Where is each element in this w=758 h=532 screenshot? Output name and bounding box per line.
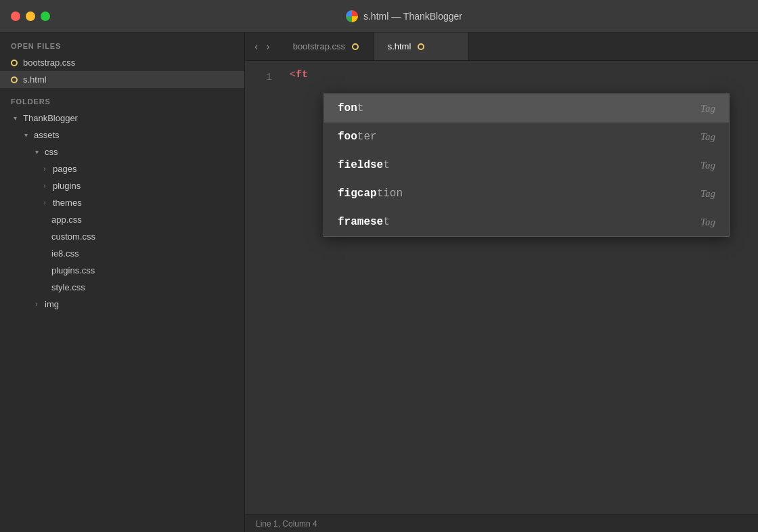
tab-bar: ‹ › bootstrap.css s.html	[245, 32, 758, 61]
chevron-right-icon: ›	[41, 199, 49, 206]
autocomplete-item-frameset[interactable]: frameset Tag	[324, 208, 729, 236]
line-numbers: 1	[245, 61, 279, 514]
window-title: s.html — ThankBlogger	[61, 10, 747, 22]
code-bracket: <	[290, 69, 296, 81]
folder-name: plugins	[53, 181, 81, 191]
autocomplete-item-type: Tag	[700, 188, 715, 200]
ac-prefix: f	[338, 131, 344, 143]
editor-content: 1 <ft font Tag footer	[245, 61, 758, 514]
ac-suffix: t	[383, 216, 390, 228]
folders-label: FOLDERS	[0, 88, 244, 110]
autocomplete-item-text: figcaption	[338, 187, 403, 200]
minimize-button[interactable]	[26, 12, 35, 21]
folder-pages[interactable]: › pages	[0, 160, 244, 177]
chrome-icon	[346, 10, 358, 22]
code-line-1: <ft	[290, 69, 747, 81]
close-button[interactable]	[11, 12, 20, 21]
ac-prefix: f	[338, 187, 344, 200]
folder-plugins[interactable]: › plugins	[0, 177, 244, 194]
ac-prefix: f	[338, 216, 344, 228]
file-app-css[interactable]: app.css	[0, 211, 244, 228]
ac-middle: oo	[344, 131, 357, 143]
chevron-right-icon: ›	[32, 301, 41, 308]
folder-name: ThankBlogger	[23, 113, 78, 123]
title-text: s.html — ThankBlogger	[363, 11, 462, 22]
file-name: plugins.css	[51, 265, 95, 275]
autocomplete-item-type: Tag	[700, 217, 715, 228]
folder-thankblogger[interactable]: ▾ ThankBlogger	[0, 110, 244, 127]
chevron-down-icon: ▾	[11, 114, 19, 122]
folder-themes[interactable]: › themes	[0, 194, 244, 211]
tab-s-html[interactable]: s.html	[374, 32, 469, 60]
sidebar-item-s-html[interactable]: s.html	[0, 71, 244, 88]
autocomplete-item-type: Tag	[700, 103, 715, 114]
file-name: custom.css	[51, 231, 95, 242]
file-name: app.css	[51, 215, 82, 225]
status-text: Line 1, Column 4	[256, 519, 317, 529]
autocomplete-item-footer[interactable]: footer Tag	[324, 123, 729, 151]
titlebar: s.html — ThankBlogger	[0, 0, 758, 32]
tab-nav: ‹ ›	[245, 32, 280, 60]
folder-name: themes	[53, 198, 82, 208]
tab-bootstrap-css[interactable]: bootstrap.css	[280, 32, 374, 60]
autocomplete-item-text: footer	[338, 131, 377, 143]
autocomplete-item-type: Tag	[700, 131, 715, 143]
ac-prefix: f	[338, 102, 344, 114]
tab-modified-dot	[352, 43, 359, 50]
autocomplete-item-font[interactable]: font Tag	[324, 94, 729, 123]
file-plugins-css[interactable]: plugins.css	[0, 262, 244, 279]
status-bar: Line 1, Column 4	[245, 514, 758, 532]
chevron-down-icon: ▾	[22, 131, 30, 139]
file-ie8-css[interactable]: ie8.css	[0, 245, 244, 262]
ac-suffix: tion	[377, 187, 403, 200]
ac-middle: igcap	[344, 187, 377, 200]
traffic-lights	[11, 12, 50, 21]
tab-back-button[interactable]: ‹	[252, 39, 261, 54]
autocomplete-item-text: frameset	[338, 216, 390, 228]
modified-dot	[11, 60, 18, 66]
folder-name: img	[45, 299, 59, 309]
folder-css[interactable]: ▾ css	[0, 143, 244, 160]
tab-label: s.html	[388, 41, 411, 51]
open-files-label: OPEN FILES	[0, 32, 244, 54]
file-name: s.html	[23, 74, 47, 85]
autocomplete-item-text: font	[338, 102, 363, 114]
chevron-right-icon: ›	[41, 165, 49, 173]
ac-middle: on	[344, 102, 357, 114]
folder-name: assets	[34, 130, 60, 140]
tab-modified-dot	[418, 43, 424, 50]
autocomplete-item-figcaption[interactable]: figcaption Tag	[324, 179, 729, 208]
folder-name: pages	[53, 164, 76, 174]
main-layout: OPEN FILES bootstrap.css s.html FOLDERS …	[0, 32, 758, 532]
code-area[interactable]: <ft font Tag footer Tag	[279, 61, 758, 514]
ac-suffix: t	[357, 102, 364, 114]
folder-name: css	[45, 147, 58, 157]
tab-label: bootstrap.css	[293, 41, 345, 51]
autocomplete-dropdown: font Tag footer Tag fieldset	[324, 93, 730, 237]
file-name: bootstrap.css	[23, 58, 75, 68]
file-custom-css[interactable]: custom.css	[0, 228, 244, 245]
modified-dot	[11, 76, 18, 83]
sidebar: OPEN FILES bootstrap.css s.html FOLDERS …	[0, 32, 245, 532]
code-typed: ft	[296, 69, 308, 81]
ac-prefix: f	[338, 159, 344, 171]
chevron-right-icon: ›	[41, 182, 49, 190]
editor-area: ‹ › bootstrap.css s.html 1 <ft	[245, 32, 758, 532]
autocomplete-item-type: Tag	[700, 160, 715, 171]
folder-assets[interactable]: ▾ assets	[0, 127, 244, 143]
ac-suffix: t	[383, 159, 390, 171]
ac-middle: ieldse	[344, 159, 384, 171]
line-number: 1	[245, 72, 272, 83]
file-name: ie8.css	[51, 248, 79, 259]
file-name: style.css	[51, 282, 85, 292]
chevron-down-icon: ▾	[32, 148, 41, 156]
folder-img[interactable]: › img	[0, 296, 244, 313]
autocomplete-item-text: fieldset	[338, 159, 390, 171]
file-style-css[interactable]: style.css	[0, 279, 244, 296]
tab-forward-button[interactable]: ›	[263, 39, 272, 54]
autocomplete-item-fieldset[interactable]: fieldset Tag	[324, 151, 729, 179]
maximize-button[interactable]	[41, 12, 50, 21]
sidebar-item-bootstrap-css[interactable]: bootstrap.css	[0, 54, 244, 71]
ac-suffix: ter	[357, 131, 377, 143]
ac-middle: ramese	[344, 216, 384, 228]
